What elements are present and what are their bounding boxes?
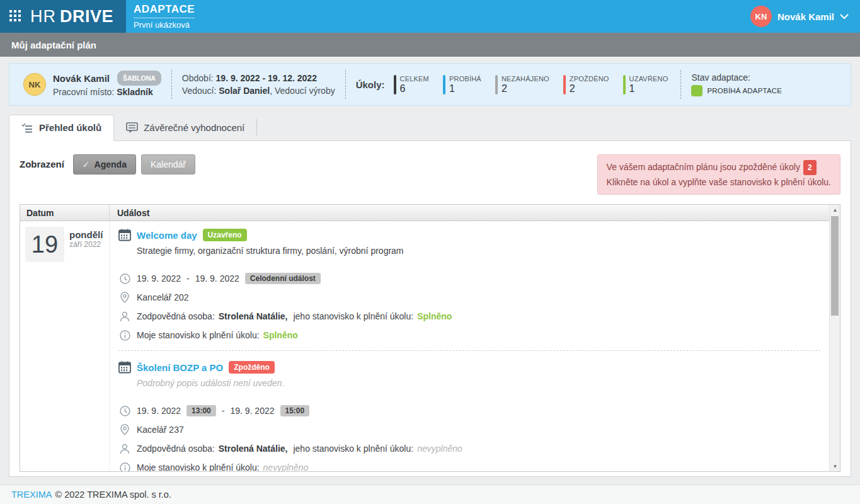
module-block: ADAPTACE První ukázková [134, 3, 195, 30]
event-separator [118, 350, 820, 351]
task-overview-panel: Zobrazení ✓ Agenda Kalendář Ve vášem ada… [9, 140, 851, 477]
app-logo: HR DRIVE [30, 7, 113, 26]
event-date-to: 19. 9. 2022 [195, 273, 239, 284]
clock-icon [118, 406, 131, 416]
delayed-count-badge: 2 [803, 160, 817, 175]
event-title[interactable]: Školení BOZP a PO [137, 362, 223, 373]
tab-task-overview[interactable]: Přehled úkolů [9, 115, 114, 141]
copyright-text: © 2022 TREXIMA spol. s r.o. [55, 490, 171, 500]
adaptation-status-value: PROBÍHÁ ADAPTACE [707, 87, 782, 94]
view-label: Zobrazení [20, 159, 64, 169]
stat-value: 2 [502, 83, 549, 94]
stat-label: NEZAHÁJENO [502, 75, 549, 83]
period-value: 19. 9. 2022 - 19. 12. 2022 [216, 73, 317, 83]
event-location-line: Kancelář 202 [118, 291, 820, 304]
allday-badge: Celodenní událost [245, 273, 321, 284]
main-card: Přehled úkolů Závěrečné vyhodnocení Zobr… [9, 112, 851, 477]
avatar: KN [750, 6, 772, 27]
event-item[interactable]: Welcome day Uzavřeno Strategie firmy, or… [118, 229, 820, 341]
responsible-label: Zodpovědná osoba: [137, 444, 215, 454]
event-responsible-line: Zodpovědná osoba: Strolená Natálie, jeho… [118, 310, 820, 323]
time-to-badge: 15:00 [280, 405, 310, 416]
manager-name: Solař Daniel [219, 86, 270, 96]
stat-total: CELKEM 6 [394, 75, 429, 94]
event-item[interactable]: Školení BOZP a PO Zpožděno Podrobný popi… [118, 361, 820, 472]
stat-value: 1 [629, 83, 668, 94]
scroll-up-arrow[interactable]: ▲ [830, 205, 840, 215]
event-location: Kacelář 237 [137, 425, 184, 435]
event-my-opinion-line: Moje stanovisko k plnění úkolu: nevyplně… [118, 461, 820, 472]
position-label: Pracovní místo: [53, 87, 114, 97]
table-scrollbar[interactable]: ▲ ▼ [829, 205, 840, 471]
calendar-icon [118, 229, 131, 241]
my-opinion-label: Moje stanovisko k plnění úkolu: [137, 330, 260, 340]
responsible-mid: jeho stanovisko k plnění úkolu: [293, 311, 413, 321]
date-separator: - [186, 273, 190, 284]
employee-avatar: NK [23, 73, 46, 96]
stat-closed: UZAVŘENO 1 [623, 75, 668, 94]
summary-period: Období: 19. 9. 2022 - 19. 12. 2022 Vedou… [171, 70, 345, 99]
adaptation-status-label: Stav adaptace: [691, 72, 782, 83]
stat-value: 6 [400, 83, 429, 94]
chevron-down-icon [840, 14, 849, 20]
scrollbar-thumb[interactable] [831, 216, 839, 316]
event-description: Podrobný popis události není uveden. [137, 378, 820, 388]
stat-bar [623, 75, 626, 94]
user-menu[interactable]: KN Novák Kamil [750, 6, 849, 27]
stat-bar [563, 75, 566, 94]
column-header-date: Datum [20, 205, 110, 220]
event-responsible-line: Zodpovědná osoba: Strolená Natálie, jeho… [118, 442, 820, 455]
comment-icon [126, 122, 138, 133]
date-separator: - [222, 406, 225, 416]
user-name: Novák Kamil [777, 11, 834, 22]
person-icon [118, 311, 131, 322]
footer: TREXIMA © 2022 TREXIMA spol. s r.o. [0, 484, 860, 504]
trexima-link[interactable]: TREXIMA [11, 490, 52, 500]
event-location: Kancelář 202 [137, 292, 189, 302]
event-time-line: 19. 9. 2022 - 19. 9. 2022 Celodenní udál… [118, 272, 820, 285]
template-badge: ŠABLONA [117, 71, 161, 86]
stat-value: 1 [449, 83, 481, 94]
stat-bar [443, 75, 445, 94]
responsible-opinion: nevyplněno [417, 444, 462, 454]
responsible-name: Strolená Natálie, [219, 444, 288, 454]
day-monthyear: září 2022 [69, 240, 103, 249]
agenda-view-button[interactable]: ✓ Agenda [73, 154, 136, 175]
calendar-button-label: Kalendář [151, 159, 186, 169]
event-location-line: Kacelář 237 [118, 423, 820, 436]
task-list-icon [21, 123, 33, 133]
tab-divider [256, 119, 257, 135]
calendar-view-button[interactable]: Kalendář [141, 154, 195, 175]
status-color-square [691, 85, 702, 96]
scroll-down-arrow[interactable]: ▼ [830, 461, 840, 471]
table-row: 19 pondělí září 2022 [20, 221, 829, 472]
event-status-badge: Zpožděno [229, 361, 275, 374]
module-title: ADAPTACE [134, 3, 195, 18]
tab-final-evaluation[interactable]: Závěrečné vyhodnocení [114, 115, 256, 140]
event-date-to: 19. 9. 2022 [230, 406, 274, 416]
table-header: Datum Událost [20, 205, 840, 221]
employee-name: Novák Kamil [53, 73, 110, 84]
apps-grid-icon[interactable] [9, 10, 22, 23]
tab-label: Závěrečné vyhodnocení [144, 122, 244, 133]
logo-block[interactable]: HR DRIVE [0, 0, 126, 33]
day-number: 19 [25, 227, 64, 262]
table-body: 19 pondělí září 2022 [20, 221, 840, 472]
breadcrumb: Můj adaptační plán [0, 33, 860, 57]
agenda-button-label: Agenda [95, 159, 127, 169]
info-icon [118, 330, 131, 341]
event-title[interactable]: Welcome day [137, 230, 197, 241]
delayed-tasks-warning: Ve vášem adaptačním plánu jsou zpožděné … [597, 154, 840, 195]
my-opinion-value: Splněno [263, 330, 298, 340]
location-pin-icon [118, 292, 131, 303]
stat-label: UZAVŘENO [629, 75, 668, 83]
warning-line2: Klikněte na úkol a vyplňte vaše stanovis… [607, 177, 831, 187]
stat-not-started: NEZAHÁJENO 2 [495, 75, 549, 94]
stat-value: 2 [570, 83, 609, 94]
page-title: Můj adaptační plán [11, 40, 96, 50]
period-label: Období: [182, 73, 214, 83]
time-from-badge: 13:00 [186, 405, 216, 416]
check-icon: ✓ [83, 159, 90, 169]
warning-line1: Ve vášem adaptačním plánu jsou zpožděné … [607, 162, 800, 172]
tabs: Přehled úkolů Závěrečné vyhodnocení [9, 112, 851, 140]
